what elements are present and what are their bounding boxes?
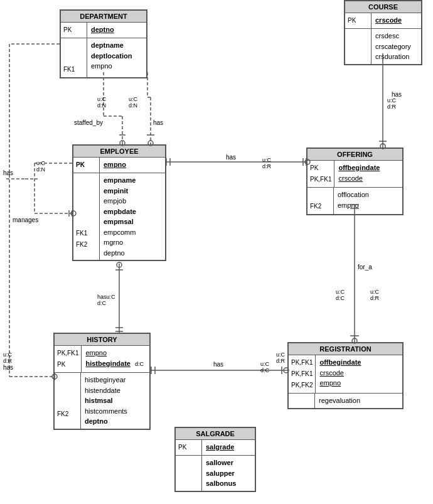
hist-fk2-label: FK2 [57,409,78,420]
sal-field-sallower: sallower [206,458,251,468]
off-field-crscode: crscode [338,173,398,184]
course-field-crscategory: crscategory [375,41,417,52]
entity-course-title: COURSE [345,1,421,13]
emp-field-mgrno: mgrno [104,237,161,248]
label-dc-hist: d:C [135,361,144,367]
entity-registration-title: REGISTRATION [289,343,402,355]
emp-pk-label: PK [76,159,97,171]
label-uc-dr-course: u:Cd:R [387,97,396,110]
label-uc-dr-dept: u:Cd:R [3,351,12,364]
reg-field-empno: empno [319,378,398,389]
emp-field-empno: empno [104,159,161,170]
hist-field-deptno: deptno [85,416,146,427]
reg-pkfk2-label: PK,FK2 [291,380,313,391]
emp-field-empbdate: empbdate [104,206,161,217]
course-field-crscode: crscode [375,15,417,26]
label-uc-dn-1: u:Cd:N [97,96,106,109]
dept-field-deptname: deptname [91,40,142,51]
dept-field-empno: empno [91,61,142,72]
emp-field-empcomm: empcomm [104,227,161,238]
hist-field-empno: empno [85,348,146,358]
dept-pk-label: PK [63,24,84,36]
reg-field-offbegindate: offbegindate [319,357,398,368]
entity-offering-title: OFFERING [307,149,402,161]
label-has-dept: has [153,119,163,126]
entity-offering: OFFERING PK PK,FK1 offbegindate crscode … [306,147,404,215]
label-uc-dr-off-reg: u:Cd:R [370,289,379,301]
label-staffed-by: staffed_by [74,119,103,126]
emp-field-empname: empname [104,175,161,186]
off-pk-label: PK [310,163,331,174]
reg-field-regevaluation: regevaluation [319,395,398,406]
label-manages: manages [13,217,38,223]
reg-pkfk1b-label: PK,FK1 [291,368,313,380]
label-has-emp-off: has [226,154,236,161]
label-uc-dr-reg: u:Cd:R [276,351,285,364]
hist-pkfk1-label: PK,FK1 [57,348,78,359]
erd-diagram: DEPARTMENT PK deptno FK1 deptname deptlo… [0,0,433,504]
emp-fk1-label: FK1 [76,228,97,239]
course-field-crsdesc: crsdesc [375,31,417,41]
reg-field-crscode: crscode [319,368,398,378]
sal-field-salgrade: salgrade [206,442,251,453]
hist-field-histcomments: histcomments [85,406,146,417]
label-for-a: for_a [358,264,372,271]
entity-history: HISTORY PK,FK1 PK empno histbegindate FK… [53,333,151,430]
label-has-dept-hist: has [3,364,13,371]
entity-salgrade-title: SALGRADE [176,428,255,440]
hist-field-histenddate: histenddate [85,385,146,396]
entity-employee: EMPLOYEE PK empno FK1 FK2 empname empini… [72,144,166,261]
label-hasu-emp-hist: hasu:Cd:C [97,294,115,306]
off-field-offbegindate: offbegindate [338,163,398,173]
off-field-offlocation: offlocation [338,190,398,200]
entity-history-title: HISTORY [55,334,149,346]
entity-department-title: DEPARTMENT [61,11,146,23]
off-field-empno: empno [338,200,398,211]
emp-field-deptno: deptno [104,248,161,259]
entity-registration: REGISTRATION PK,FK1 PK,FK1 PK,FK2 offbeg… [287,342,404,409]
sal-field-salbonus: salbonus [206,478,251,489]
emp-field-empmsal: empmsal [104,217,161,227]
hist-pk-label: PK [57,359,78,370]
course-pk-label: PK [348,15,368,26]
sal-field-salupper: salupper [206,468,251,479]
course-field-crsduration: crsduration [375,51,417,62]
label-has-hist-reg: has [213,361,223,368]
sal-pk-label: PK [178,442,199,453]
label-uc-dn-2: u:Cd:N [129,96,137,109]
entity-employee-title: EMPLOYEE [73,146,165,158]
label-uc-dn-emp-left: u:Cd:N [36,160,45,173]
label-uc-dc-hist-reg: u:Cd:C [260,361,269,373]
entity-department: DEPARTMENT PK deptno FK1 deptname deptlo… [60,9,147,78]
label-uc-dc-off-reg: u:Cd:C [336,289,345,301]
dept-field-deptno: deptno [91,24,142,35]
dept-fk1-label: FK1 [63,64,84,75]
label-uc-dr-off: u:Cd:R [262,157,271,169]
hist-field-histmsal: histmsal [85,395,146,406]
emp-fk2-label: FK2 [76,239,97,250]
emp-field-empjob: empjob [104,196,161,206]
label-has-left: has [3,169,13,176]
emp-field-empinit: empinit [104,186,161,196]
off-fk2-label: FK2 [310,201,331,212]
entity-course: COURSE PK crscode crsdesc crscategory cr… [344,0,422,65]
dept-field-deptlocation: deptlocation [91,51,142,62]
entity-salgrade: SALGRADE PK salgrade sallower salupper s… [174,427,256,492]
reg-pkfk1a-label: PK,FK1 [291,357,313,368]
hist-field-histbeginyear: histbeginyear [85,375,146,385]
off-pkfk1-label: PK,FK1 [310,174,331,185]
svg-point-30 [117,262,122,267]
